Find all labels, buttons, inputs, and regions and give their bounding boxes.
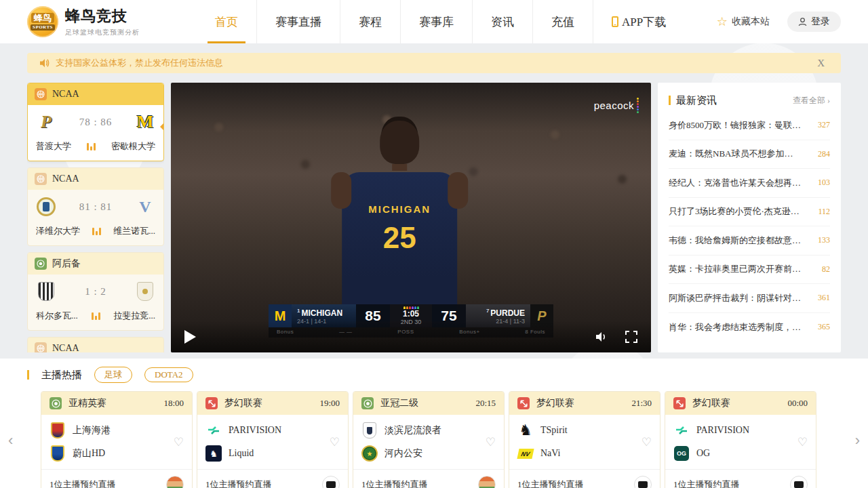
- stream-card-tspirit-navi[interactable]: 梦幻联赛 21:30 ♞TSpirit NVNaVi ♡ 1位主播预约直播: [509, 391, 660, 488]
- rafaela-logo: [135, 281, 155, 302]
- login-button[interactable]: 登录: [787, 12, 841, 32]
- game-clock: 1:05: [403, 310, 419, 319]
- streamer-avatar[interactable]: [166, 476, 184, 488]
- streamer-count-label: 1位主播预约直播: [361, 479, 428, 488]
- home-team-name: 泽维尔大学: [36, 225, 80, 237]
- team1-name: 淡滨尼流浪者: [384, 424, 441, 436]
- announcement-close-button[interactable]: X: [813, 58, 829, 69]
- streamer-avatar[interactable]: [478, 476, 496, 488]
- accent-bar: [27, 370, 29, 380]
- jersey-number: 25: [342, 221, 457, 255]
- away-rank: 7: [486, 308, 489, 314]
- sidebar-match-argentina-reserve[interactable]: 阿后备 1 : 2 科尔多瓦... 拉斐拉竞...: [27, 252, 164, 331]
- play-button[interactable]: [184, 330, 196, 344]
- favorite-heart-icon[interactable]: ♡: [174, 435, 184, 449]
- site-subtitle: 足球篮球电竞预测分析: [65, 28, 140, 37]
- league-name: NCAA: [52, 89, 79, 100]
- news-item[interactable]: 经纪人：克洛普也许某天会想再执教 ...103: [669, 169, 830, 198]
- nav-live[interactable]: 赛事直播: [257, 0, 340, 43]
- news-item[interactable]: 英媒：卡拉菲奥里已两次开赛前受伤...82: [669, 256, 830, 285]
- away-team-name: 拉斐拉竞...: [113, 310, 155, 322]
- nav-schedule[interactable]: 赛程: [340, 0, 401, 43]
- star-icon: ☆: [717, 16, 728, 28]
- live-indicator-icon: [92, 312, 100, 320]
- villanova-logo: V: [135, 197, 155, 217]
- peacock-watermark: peacock: [594, 98, 639, 113]
- news-item-count: 361: [818, 293, 830, 303]
- video-player[interactable]: MICHIGAN 25 peacock M 1MICHIGAN 24-1 | 1…: [171, 83, 651, 352]
- sidebar-match-ncaa-purdue-michigan[interactable]: NCAA P 78 : 86 M 普渡大学 密歇根大学: [27, 83, 164, 161]
- dota2-icon: [205, 397, 218, 409]
- favorite-heart-icon[interactable]: ♡: [797, 435, 808, 449]
- league-name: 梦幻联赛: [536, 397, 625, 409]
- streamer-avatar[interactable]: [634, 476, 652, 488]
- stream-card-parivision-liquid[interactable]: 梦幻联赛 19:00 PARIVISION ♞Liquid ♡ 1位主播预约直播: [197, 391, 349, 488]
- away-team-name: 维兰诺瓦...: [113, 225, 155, 237]
- match-score: 81 : 81: [79, 201, 113, 213]
- news-item[interactable]: 阿斯谈巴萨抨击裁判：阴谋针对都是...361: [669, 284, 830, 313]
- favorite-heart-icon[interactable]: ♡: [486, 435, 496, 449]
- login-label: 登录: [811, 16, 830, 28]
- peacock-text: peacock: [594, 100, 634, 111]
- xavier-logo: [36, 197, 56, 217]
- sidebar-match-ncaa-4[interactable]: NCAA: [27, 337, 164, 352]
- match-time: 00:00: [787, 398, 808, 409]
- league-name: 阿后备: [52, 258, 81, 270]
- news-item[interactable]: 身价8500万欧！镜报独家：曼联考虑...327: [669, 111, 830, 140]
- nav-news[interactable]: 资讯: [473, 0, 533, 43]
- news-item-title: 经纪人：克洛普也许某天会想再执教 ...: [669, 177, 802, 189]
- view-all-link[interactable]: 查看全部 ›: [793, 95, 830, 106]
- announcement-text: 支持国家公益体彩，禁止发布任何违法信息: [56, 57, 223, 69]
- logo-badge-top: 蜂鸟: [31, 13, 54, 23]
- away-team-name: 密歇根大学: [111, 140, 155, 152]
- favorite-heart-icon[interactable]: ♡: [330, 435, 340, 449]
- league-name: 亚精英赛: [68, 397, 157, 409]
- team2-name: 河内公安: [384, 447, 422, 460]
- home-name: MICHIGAN: [301, 308, 342, 318]
- favorite-heart-icon[interactable]: ♡: [642, 435, 652, 449]
- nav-home[interactable]: 首页: [197, 0, 257, 43]
- stream-card-parivision-og[interactable]: 梦幻联赛 00:00 PARIVISION OGOG ♡ 1位主播预约直播: [665, 391, 816, 488]
- soccer-icon: [35, 258, 47, 270]
- news-item[interactable]: 麦迪：既然NBA球员不想参加扣篮大...284: [669, 140, 830, 169]
- nav-app-download[interactable]: APP下载: [593, 0, 684, 43]
- streamer-count-label: 1位主播预约直播: [205, 479, 272, 488]
- speaker-icon: [39, 58, 50, 68]
- top-navbar: 蜂鸟 SPORTS 蜂鸟竞技 足球篮球电竞预测分析 首页 赛事直播 赛程 赛事库…: [0, 0, 868, 43]
- news-item[interactable]: 韦德：我给詹姆斯的空接都故意传歪 ...133: [669, 226, 830, 256]
- favorite-site-button[interactable]: ☆ 收藏本站: [717, 16, 770, 28]
- news-item-count: 365: [818, 322, 830, 332]
- home-team-name: 普渡大学: [36, 140, 71, 152]
- news-item[interactable]: 只打了3场比赛的小贾伦·杰克逊已是...112: [669, 198, 830, 227]
- sidebar-match-ncaa-xavier-villanova[interactable]: NCAA 81 : 81 V 泽维尔大学 维兰诺瓦...: [27, 167, 164, 246]
- news-panel: 最新资讯 查看全部 › 身价8500万欧！镜报独家：曼联考虑...327 麦迪：…: [658, 83, 841, 352]
- shanghai-port-logo: [50, 422, 66, 439]
- basketball-icon: [35, 342, 47, 352]
- stream-card-tampines-hanoi[interactable]: 亚冠二级 20:15 淡滨尼流浪者 ★河内公安 ♡ 1位主播预约直播: [353, 391, 505, 488]
- carousel-next-button[interactable]: ›: [855, 432, 860, 449]
- news-item-count: 284: [818, 149, 830, 159]
- michigan-logo: M: [135, 112, 155, 132]
- streamer-avatar[interactable]: [790, 476, 808, 488]
- team2-name: NaVi: [540, 448, 560, 459]
- volume-icon[interactable]: [595, 331, 608, 342]
- parivision-logo: [205, 422, 222, 439]
- news-item[interactable]: 肖华：我会考虑结束选秀制度，以阻...365: [669, 313, 830, 342]
- stream-cards-row: 亚精英赛 18:00 上海海港 蔚山HD ♡ 1位主播预约直播 梦幻联赛 19:…: [27, 391, 841, 488]
- news-item-title: 阿斯谈巴萨抨击裁判：阴谋针对都是...: [669, 292, 802, 304]
- nav-recharge[interactable]: 充值: [533, 0, 593, 43]
- site-logo[interactable]: 蜂鸟 SPORTS 蜂鸟竞技 足球篮球电竞预测分析: [27, 6, 197, 37]
- stream-card-shanghai-ulsan[interactable]: 亚精英赛 18:00 上海海港 蔚山HD ♡ 1位主播预约直播: [41, 391, 193, 488]
- main-nav: 首页 赛事直播 赛程 赛事库 资讯 充值 APP下载: [197, 0, 684, 43]
- hot-streams-title: 主播热播: [41, 369, 82, 382]
- carousel-prev-button[interactable]: ‹: [8, 432, 13, 449]
- tab-dota2[interactable]: DOTA2: [144, 367, 193, 382]
- home-rank: 1: [297, 308, 300, 314]
- fullscreen-icon[interactable]: [625, 331, 637, 343]
- streamer-avatar[interactable]: [322, 476, 340, 488]
- league-name: 梦幻联赛: [224, 397, 313, 409]
- video-controls: [171, 321, 651, 352]
- nav-database[interactable]: 赛事库: [401, 0, 473, 43]
- news-item-count: 327: [818, 120, 830, 130]
- tab-soccer[interactable]: 足球: [94, 367, 132, 383]
